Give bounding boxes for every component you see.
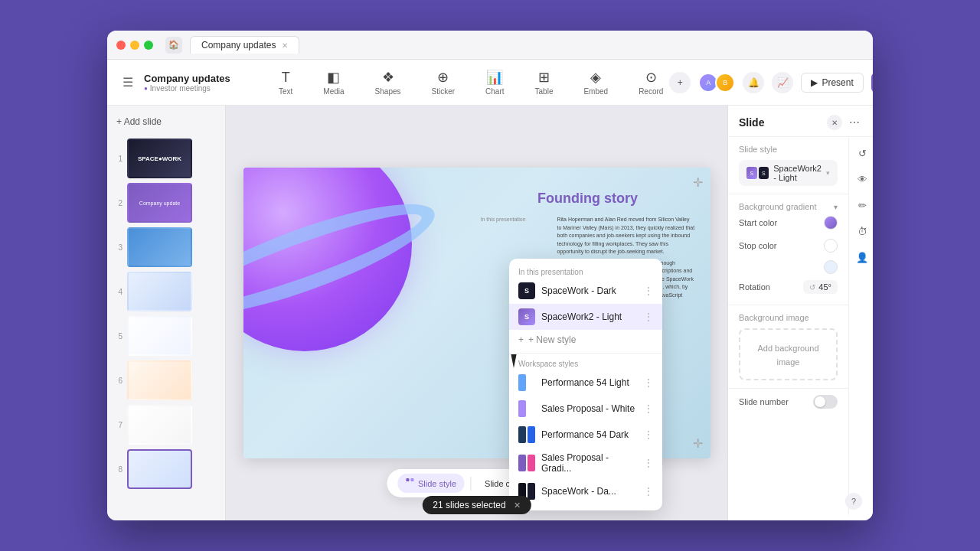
svg-rect-1 (410, 478, 413, 481)
main-area: + Add slide 1 SPACE●WORK 2 Company updat… (107, 106, 873, 520)
slide-body-text: Rita Hoperman and Alan Red moved from Si… (557, 216, 695, 256)
browser-tab[interactable]: Company updates ✕ (190, 36, 299, 54)
slide-thumb-6[interactable]: 6 (107, 358, 225, 403)
close-tab-icon[interactable]: ✕ (282, 41, 288, 50)
crosshair-bottom-right: ✛ (693, 436, 703, 451)
status-close-icon[interactable]: ✕ (514, 500, 521, 510)
dropdown-item-spacework-dark[interactable]: S SpaceWork - Dark ⋮ (509, 278, 662, 304)
slide-num-3: 3 (113, 243, 122, 252)
tool-embed[interactable]: ◈ Embed (577, 66, 614, 99)
app-window: 🏠 Company updates ✕ ☰ Company updates In… (107, 31, 873, 520)
minimize-button[interactable] (130, 41, 139, 50)
canvas-area[interactable]: ✛ ✛ Founding story In this presentation … (226, 106, 727, 520)
slide-preview-1: SPACE●WORK (127, 139, 192, 178)
shapes-label: Shapes (375, 87, 401, 96)
more-icon-3[interactable]: ⋮ (644, 377, 653, 388)
dropdown-section-in-presentation: In this presentation (509, 265, 662, 278)
more-icon-4[interactable]: ⋮ (644, 403, 653, 414)
add-slide-button[interactable]: + Add slide (107, 112, 225, 132)
panel-icon-user[interactable]: 👤 (852, 247, 872, 267)
slide-panel: + Add slide 1 SPACE●WORK 2 Company updat… (107, 106, 226, 520)
dropdown-label-perf54-dark: Performance 54 Dark (541, 429, 629, 440)
tool-chart[interactable]: 📊 Chart (479, 66, 510, 99)
tool-record[interactable]: ⊙ Record (632, 66, 669, 99)
rotation-label: Rotation (739, 282, 770, 292)
stop-color-swatch[interactable] (824, 239, 838, 253)
menu-icon[interactable]: ☰ (119, 72, 136, 93)
more-icon-6[interactable]: ⋮ (644, 458, 653, 468)
style-icon-pair-1 (518, 374, 535, 391)
slide-thumb-3[interactable]: 3 (107, 225, 225, 269)
bell-icon[interactable]: 🔔 (743, 72, 764, 93)
panel-icon-eye[interactable]: 👁 (852, 169, 872, 189)
tool-shapes[interactable]: ❖ Shapes (369, 66, 407, 99)
bottom-divider (470, 477, 471, 491)
tool-table[interactable]: ⊞ Table (529, 66, 560, 99)
slide-thumb-1[interactable]: 1 SPACE●WORK (107, 136, 225, 181)
panel-icon-refresh[interactable]: ↺ (852, 143, 872, 163)
slide-thumb-5[interactable]: 5 (107, 314, 225, 358)
panel-icon-edit[interactable]: ✏ (852, 195, 872, 215)
maximize-button[interactable] (144, 41, 153, 50)
more-icon-7[interactable]: ⋮ (644, 486, 653, 497)
slide-number-toggle[interactable] (813, 395, 838, 409)
dropdown-item-performance54-light[interactable]: Performance 54 Light ⋮ (509, 370, 662, 396)
share-button[interactable]: Share (871, 73, 873, 93)
tool-sticker[interactable]: ⊕ Sticker (426, 66, 462, 99)
stop-color-2-swatch[interactable] (824, 260, 838, 274)
slide-preview-3 (127, 227, 192, 267)
dropdown-section-workspace: Workspace styles (509, 357, 662, 370)
chevron-down-icon: ▾ (826, 169, 830, 177)
dropdown-item-sales-white[interactable]: Sales Proposal - White ⋮ (509, 396, 662, 422)
slide-thumb-2[interactable]: 2 Company update (107, 181, 225, 225)
embed-icon: ◈ (590, 69, 601, 86)
present-label: Present (822, 77, 853, 88)
more-icon-1[interactable]: ⋮ (644, 285, 653, 296)
more-icon-2[interactable]: ⋮ (644, 311, 653, 322)
chevron-gradient-icon: ▾ (834, 203, 838, 211)
add-button[interactable]: + (669, 72, 691, 93)
svg-rect-0 (406, 478, 409, 481)
more-icon-5[interactable]: ⋮ (644, 429, 653, 440)
dropdown-label-sales-gradi: Sales Proposal - Gradi... (541, 452, 638, 474)
stop-color-row: Stop color (739, 234, 838, 257)
rotation-value[interactable]: ↺ 45° (803, 280, 838, 294)
slide-thumb-4[interactable]: 4 (107, 269, 225, 314)
panel-title: Slide (739, 116, 764, 129)
style-selector[interactable]: S S SpaceWork2 - Light ▾ (739, 160, 838, 186)
table-label: Table (535, 87, 554, 96)
tool-text[interactable]: T Text (273, 67, 299, 99)
panel-more-button[interactable]: ⋯ (847, 115, 862, 130)
dropdown-item-spacework2-light[interactable]: S SpaceWork2 - Light ⋮ (509, 304, 662, 330)
start-color-swatch[interactable] (824, 216, 838, 230)
slide-thumb-8[interactable]: 8 (107, 447, 225, 491)
dropdown-item-perf54-dark[interactable]: Performance 54 Dark ⋮ (509, 422, 662, 448)
new-style-button[interactable]: + + New style (509, 330, 662, 350)
avatar-stack: A B (698, 73, 735, 93)
slide-num-1: 1 (113, 155, 122, 163)
help-button[interactable]: ? (845, 493, 862, 510)
dropdown-item-spacework-da[interactable]: SpaceWork - Da... ⋮ (509, 478, 662, 504)
slide-style-button[interactable]: Slide style (397, 474, 464, 493)
bg-gradient-toggle[interactable]: Background gradient ▾ (739, 202, 838, 211)
home-icon[interactable]: 🏠 (165, 37, 182, 54)
slide-style-label: Slide style (418, 479, 456, 488)
analytics-icon[interactable]: 📈 (772, 72, 793, 93)
slide-style-icon (405, 478, 414, 489)
text-label: Text (279, 87, 292, 96)
close-button[interactable] (116, 41, 126, 50)
add-bg-image-button[interactable]: Add background image (739, 328, 838, 380)
embed-label: Embed (583, 87, 608, 96)
panel-icon-time[interactable]: ⏱ (852, 221, 872, 241)
play-icon: ▶ (811, 77, 818, 88)
slide-heading: Founding story (481, 191, 695, 207)
dropdown-item-sales-gradi[interactable]: Sales Proposal - Gradi... ⋮ (509, 448, 662, 478)
table-icon: ⊞ (538, 69, 550, 86)
panel-bg-image-section: Background image Add background image (728, 305, 848, 389)
slide-thumb-7[interactable]: 7 (107, 403, 225, 447)
tool-media[interactable]: ◧ Media (317, 66, 350, 99)
present-button[interactable]: ▶ Present (801, 73, 863, 93)
panel-close-button[interactable]: ✕ (827, 115, 842, 130)
shapes-icon: ❖ (382, 69, 394, 86)
toggle-knob (815, 396, 825, 407)
